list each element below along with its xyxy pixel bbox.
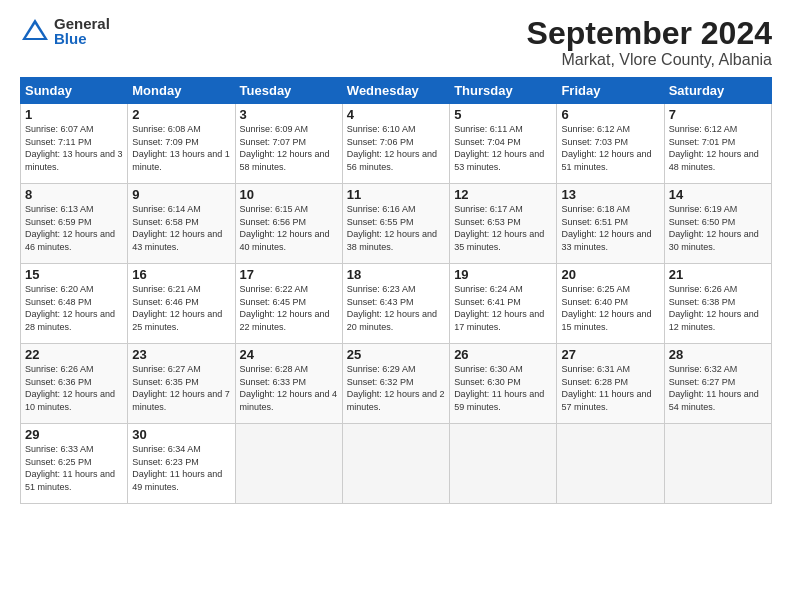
- title-section: September 2024 Markat, Vlore County, Alb…: [527, 16, 772, 69]
- table-row: [450, 424, 557, 504]
- day-number: 21: [669, 267, 767, 282]
- day-number: 23: [132, 347, 230, 362]
- table-row: 11Sunrise: 6:16 AM Sunset: 6:55 PM Dayli…: [342, 184, 449, 264]
- table-row: 20Sunrise: 6:25 AM Sunset: 6:40 PM Dayli…: [557, 264, 664, 344]
- table-row: 30Sunrise: 6:34 AM Sunset: 6:23 PM Dayli…: [128, 424, 235, 504]
- location-title: Markat, Vlore County, Albania: [527, 51, 772, 69]
- day-info: Sunrise: 6:19 AM Sunset: 6:50 PM Dayligh…: [669, 203, 767, 253]
- table-row: 14Sunrise: 6:19 AM Sunset: 6:50 PM Dayli…: [664, 184, 771, 264]
- day-info: Sunrise: 6:24 AM Sunset: 6:41 PM Dayligh…: [454, 283, 552, 333]
- day-number: 26: [454, 347, 552, 362]
- day-info: Sunrise: 6:15 AM Sunset: 6:56 PM Dayligh…: [240, 203, 338, 253]
- day-number: 5: [454, 107, 552, 122]
- table-row: 4Sunrise: 6:10 AM Sunset: 7:06 PM Daylig…: [342, 104, 449, 184]
- table-row: 5Sunrise: 6:11 AM Sunset: 7:04 PM Daylig…: [450, 104, 557, 184]
- day-info: Sunrise: 6:29 AM Sunset: 6:32 PM Dayligh…: [347, 363, 445, 413]
- table-row: 21Sunrise: 6:26 AM Sunset: 6:38 PM Dayli…: [664, 264, 771, 344]
- day-info: Sunrise: 6:30 AM Sunset: 6:30 PM Dayligh…: [454, 363, 552, 413]
- day-number: 17: [240, 267, 338, 282]
- table-row: [557, 424, 664, 504]
- table-row: 25Sunrise: 6:29 AM Sunset: 6:32 PM Dayli…: [342, 344, 449, 424]
- day-number: 12: [454, 187, 552, 202]
- calendar-row: 22Sunrise: 6:26 AM Sunset: 6:36 PM Dayli…: [21, 344, 772, 424]
- calendar-row: 1Sunrise: 6:07 AM Sunset: 7:11 PM Daylig…: [21, 104, 772, 184]
- day-number: 14: [669, 187, 767, 202]
- day-number: 4: [347, 107, 445, 122]
- day-number: 11: [347, 187, 445, 202]
- table-row: 1Sunrise: 6:07 AM Sunset: 7:11 PM Daylig…: [21, 104, 128, 184]
- table-row: 3Sunrise: 6:09 AM Sunset: 7:07 PM Daylig…: [235, 104, 342, 184]
- day-number: 29: [25, 427, 123, 442]
- table-row: 9Sunrise: 6:14 AM Sunset: 6:58 PM Daylig…: [128, 184, 235, 264]
- day-info: Sunrise: 6:18 AM Sunset: 6:51 PM Dayligh…: [561, 203, 659, 253]
- col-monday: Monday: [128, 78, 235, 104]
- table-row: 27Sunrise: 6:31 AM Sunset: 6:28 PM Dayli…: [557, 344, 664, 424]
- day-number: 13: [561, 187, 659, 202]
- logo-text: General Blue: [54, 16, 110, 46]
- logo-blue: Blue: [54, 31, 110, 46]
- day-info: Sunrise: 6:31 AM Sunset: 6:28 PM Dayligh…: [561, 363, 659, 413]
- day-info: Sunrise: 6:20 AM Sunset: 6:48 PM Dayligh…: [25, 283, 123, 333]
- table-row: 28Sunrise: 6:32 AM Sunset: 6:27 PM Dayli…: [664, 344, 771, 424]
- day-number: 24: [240, 347, 338, 362]
- table-row: 13Sunrise: 6:18 AM Sunset: 6:51 PM Dayli…: [557, 184, 664, 264]
- calendar-row: 8Sunrise: 6:13 AM Sunset: 6:59 PM Daylig…: [21, 184, 772, 264]
- day-number: 3: [240, 107, 338, 122]
- day-number: 22: [25, 347, 123, 362]
- table-row: 10Sunrise: 6:15 AM Sunset: 6:56 PM Dayli…: [235, 184, 342, 264]
- page: General Blue September 2024 Markat, Vlor…: [0, 0, 792, 612]
- day-number: 15: [25, 267, 123, 282]
- table-row: 15Sunrise: 6:20 AM Sunset: 6:48 PM Dayli…: [21, 264, 128, 344]
- day-info: Sunrise: 6:28 AM Sunset: 6:33 PM Dayligh…: [240, 363, 338, 413]
- table-row: 29Sunrise: 6:33 AM Sunset: 6:25 PM Dayli…: [21, 424, 128, 504]
- day-info: Sunrise: 6:34 AM Sunset: 6:23 PM Dayligh…: [132, 443, 230, 493]
- day-info: Sunrise: 6:13 AM Sunset: 6:59 PM Dayligh…: [25, 203, 123, 253]
- month-title: September 2024: [527, 16, 772, 51]
- table-row: 22Sunrise: 6:26 AM Sunset: 6:36 PM Dayli…: [21, 344, 128, 424]
- day-number: 6: [561, 107, 659, 122]
- table-row: 18Sunrise: 6:23 AM Sunset: 6:43 PM Dayli…: [342, 264, 449, 344]
- day-info: Sunrise: 6:12 AM Sunset: 7:01 PM Dayligh…: [669, 123, 767, 173]
- logo: General Blue: [20, 16, 110, 46]
- col-saturday: Saturday: [664, 78, 771, 104]
- table-row: 19Sunrise: 6:24 AM Sunset: 6:41 PM Dayli…: [450, 264, 557, 344]
- day-number: 10: [240, 187, 338, 202]
- day-info: Sunrise: 6:23 AM Sunset: 6:43 PM Dayligh…: [347, 283, 445, 333]
- day-number: 9: [132, 187, 230, 202]
- col-tuesday: Tuesday: [235, 78, 342, 104]
- day-number: 20: [561, 267, 659, 282]
- logo-icon: [20, 16, 50, 46]
- table-row: 17Sunrise: 6:22 AM Sunset: 6:45 PM Dayli…: [235, 264, 342, 344]
- day-info: Sunrise: 6:32 AM Sunset: 6:27 PM Dayligh…: [669, 363, 767, 413]
- day-number: 27: [561, 347, 659, 362]
- day-info: Sunrise: 6:26 AM Sunset: 6:38 PM Dayligh…: [669, 283, 767, 333]
- day-info: Sunrise: 6:25 AM Sunset: 6:40 PM Dayligh…: [561, 283, 659, 333]
- day-info: Sunrise: 6:22 AM Sunset: 6:45 PM Dayligh…: [240, 283, 338, 333]
- logo-general: General: [54, 16, 110, 31]
- col-sunday: Sunday: [21, 78, 128, 104]
- day-number: 28: [669, 347, 767, 362]
- table-row: 23Sunrise: 6:27 AM Sunset: 6:35 PM Dayli…: [128, 344, 235, 424]
- day-info: Sunrise: 6:11 AM Sunset: 7:04 PM Dayligh…: [454, 123, 552, 173]
- table-row: 8Sunrise: 6:13 AM Sunset: 6:59 PM Daylig…: [21, 184, 128, 264]
- day-number: 25: [347, 347, 445, 362]
- day-info: Sunrise: 6:16 AM Sunset: 6:55 PM Dayligh…: [347, 203, 445, 253]
- day-info: Sunrise: 6:09 AM Sunset: 7:07 PM Dayligh…: [240, 123, 338, 173]
- day-info: Sunrise: 6:12 AM Sunset: 7:03 PM Dayligh…: [561, 123, 659, 173]
- day-info: Sunrise: 6:21 AM Sunset: 6:46 PM Dayligh…: [132, 283, 230, 333]
- calendar-row: 29Sunrise: 6:33 AM Sunset: 6:25 PM Dayli…: [21, 424, 772, 504]
- day-info: Sunrise: 6:26 AM Sunset: 6:36 PM Dayligh…: [25, 363, 123, 413]
- table-row: 7Sunrise: 6:12 AM Sunset: 7:01 PM Daylig…: [664, 104, 771, 184]
- day-number: 8: [25, 187, 123, 202]
- day-number: 18: [347, 267, 445, 282]
- header: General Blue September 2024 Markat, Vlor…: [20, 16, 772, 69]
- day-number: 7: [669, 107, 767, 122]
- col-friday: Friday: [557, 78, 664, 104]
- day-number: 1: [25, 107, 123, 122]
- calendar-header-row: Sunday Monday Tuesday Wednesday Thursday…: [21, 78, 772, 104]
- table-row: [342, 424, 449, 504]
- table-row: 2Sunrise: 6:08 AM Sunset: 7:09 PM Daylig…: [128, 104, 235, 184]
- day-number: 2: [132, 107, 230, 122]
- col-thursday: Thursday: [450, 78, 557, 104]
- day-number: 30: [132, 427, 230, 442]
